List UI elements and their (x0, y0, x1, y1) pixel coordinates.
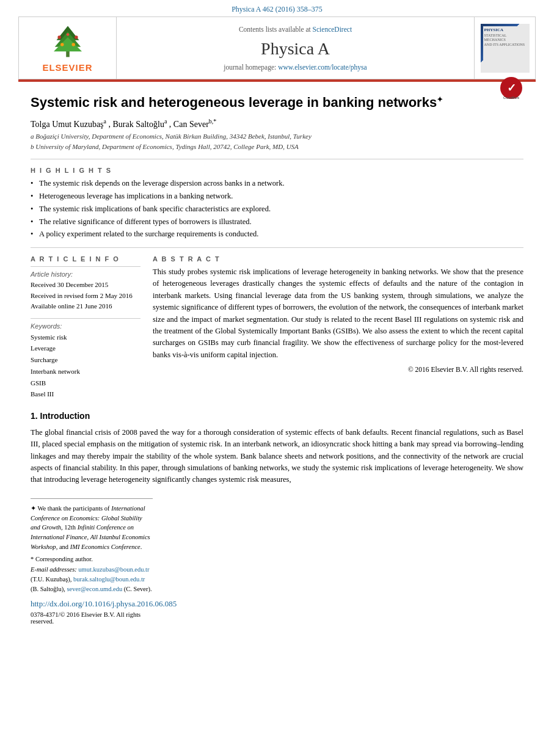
list-item: The systemic risk implications of bank s… (31, 203, 523, 215)
keyword-item: Surcharge (31, 354, 140, 366)
footnotes-area: ✦ We thank the participants of Internati… (31, 498, 153, 625)
crossmark-area: ✓ CrossMark (499, 76, 523, 105)
list-item: The relative significance of different t… (31, 216, 523, 228)
introduction-paragraph: The global financial crisis of 2008 pave… (31, 427, 523, 486)
keyword-item: GSIB (31, 377, 140, 389)
introduction-heading: 1. Introduction (31, 411, 523, 421)
svg-point-5 (75, 35, 78, 39)
keyword-item: Systemic risk (31, 332, 140, 343)
abstract-column: A B S T R A C T This study probes system… (153, 255, 523, 400)
article-info-abstract-columns: A R T I C L E I N F O Article history: R… (31, 255, 523, 400)
contents-available-line: Contents lists available at ScienceDirec… (239, 26, 352, 33)
crossmark-icon: ✓ CrossMark (499, 76, 523, 100)
svg-text:CrossMark: CrossMark (503, 96, 519, 100)
article-info-column: A R T I C L E I N F O Article history: R… (31, 255, 140, 400)
list-item: The systemic risk depends on the leverag… (31, 178, 523, 189)
journal-info-center: Contents lists available at ScienceDirec… (117, 17, 474, 79)
main-content-area: Systemic risk and heterogeneous leverage… (31, 82, 523, 625)
citation-text: Physica A 462 (2016) 358–375 (231, 5, 323, 13)
affiliations: a Boğaziçi University, Department of Eco… (31, 131, 523, 151)
homepage-line: journal homepage: www.elsevier.com/locat… (224, 64, 366, 71)
sciencedirect-link[interactable]: ScienceDirect (313, 26, 352, 33)
svg-point-6 (60, 43, 64, 46)
highlights-list: The systemic risk depends on the leverag… (31, 178, 523, 240)
citation-bar: Physica A 462 (2016) 358–375 (0, 0, 554, 16)
journal-thumbnail: PHYSICA STATISTICAL MECHANICSAND ITS APP… (474, 17, 535, 79)
svg-point-4 (57, 35, 61, 39)
svg-text:✓: ✓ (507, 82, 516, 94)
highlights-section: H I G H L I G H T S The systemic risk de… (31, 167, 523, 240)
elsevier-tree-icon (40, 23, 95, 60)
divider-after-highlights (31, 247, 523, 248)
authors-line: Tolga Umut Kuzubaşa , Burak Saltoğlua , … (31, 118, 523, 129)
abstract-text: This study probes systemic risk implicat… (153, 266, 523, 361)
info-divider (31, 266, 140, 267)
homepage-link[interactable]: www.elsevier.com/locate/physa (278, 64, 367, 71)
keywords-label: Keywords: (31, 322, 140, 330)
received-date: Received 30 December 2015 (31, 280, 140, 291)
doi-link[interactable]: http://dx.doi.org/10.1016/j.physa.2016.0… (31, 599, 177, 608)
journal-name: Physica A (261, 39, 330, 59)
affiliation-a: a Boğaziçi University, Department of Eco… (31, 131, 523, 142)
introduction-section: 1. Introduction The global financial cri… (31, 411, 523, 486)
email-link-1[interactable]: umut.kuzubas@boun.edu.tr (78, 566, 149, 573)
keyword-item: Leverage (31, 343, 140, 354)
article-info-label: A R T I C L E I N F O (31, 255, 140, 263)
svg-point-8 (66, 33, 69, 36)
email-link-3[interactable]: sever@econ.umd.edu (67, 586, 123, 592)
keyword-item: Basel III (31, 388, 140, 400)
highlights-label: H I G H L I G H T S (31, 167, 523, 174)
physica-cover-thumb: PHYSICA STATISTICAL MECHANICSAND ITS APP… (481, 24, 530, 73)
issn-line: 0378-4371/© 2016 Elsevier B.V. All right… (31, 611, 153, 625)
keywords-divider (31, 318, 140, 319)
divider-after-affiliations (31, 159, 523, 159)
keyword-item: Interbank network (31, 366, 140, 377)
list-item: Heterogeneous leverage has implications … (31, 191, 523, 202)
copyright-line: © 2016 Elsevier B.V. All rights reserved… (153, 366, 523, 373)
article-title: Systemic risk and heterogeneous leverage… (31, 94, 523, 112)
keywords-section: Keywords: Systemic risk Leverage Surchar… (31, 322, 140, 400)
star-footnote: ✦ We thank the participants of Internati… (31, 504, 153, 552)
revised-date: Received in revised form 2 May 2016 (31, 291, 140, 302)
available-date: Available online 21 June 2016 (31, 301, 140, 312)
list-item: A policy experiment related to the surch… (31, 228, 523, 240)
email-footnote: E-mail addresses: umut.kuzubas@boun.edu.… (31, 565, 153, 594)
doi-line: http://dx.doi.org/10.1016/j.physa.2016.0… (31, 599, 153, 609)
corresponding-footnote: * Corresponding author. (31, 554, 153, 564)
abstract-label: A B S T R A C T (153, 255, 523, 263)
email-link-2[interactable]: burak.saltoglu@boun.edu.tr (73, 576, 145, 583)
svg-point-7 (71, 43, 75, 46)
elsevier-text: ELSEVIER (42, 62, 92, 73)
history-label: Article history: (31, 271, 140, 278)
publisher-logo-area: ELSEVIER (19, 17, 117, 79)
journal-header: ELSEVIER Contents lists available at Sci… (18, 16, 536, 79)
affiliation-b: b University of Maryland, Department of … (31, 142, 523, 152)
elsevier-logo: ELSEVIER (40, 23, 95, 73)
history-subsection: Article history: Received 30 December 20… (31, 271, 140, 312)
